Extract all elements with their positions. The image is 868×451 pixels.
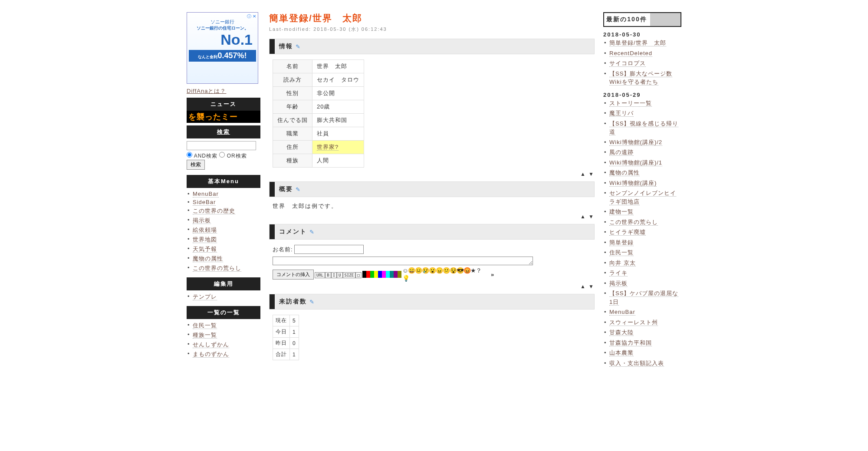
color-swatch[interactable]: [374, 271, 378, 278]
recent-item[interactable]: 向井 京太: [603, 258, 681, 268]
recent-item[interactable]: 【SS】膨大なページ数Wikiを守る者たち: [603, 69, 681, 87]
recent-item[interactable]: この世界の荒らし: [603, 217, 681, 227]
edit-icon[interactable]: ✎: [309, 229, 314, 235]
nav-arrows[interactable]: ▲ ▼: [269, 214, 595, 220]
recent-item[interactable]: 【SS】視線を感じる帰り道: [603, 119, 681, 137]
menu-item[interactable]: テンプレ: [187, 292, 260, 302]
menu-item[interactable]: MenuBar: [187, 190, 260, 198]
recent-item[interactable]: 収入・支出額記入表: [603, 358, 681, 369]
recent-item[interactable]: 甘森協力平和国: [603, 338, 681, 348]
recent-item[interactable]: サイコロプス: [603, 58, 681, 69]
color-swatch[interactable]: [394, 271, 398, 278]
menu-item[interactable]: まものずかん: [187, 349, 260, 359]
and-radio[interactable]: [187, 152, 192, 158]
and-search-option[interactable]: AND検索: [187, 153, 217, 159]
menu-item[interactable]: 掲示板: [187, 216, 260, 225]
edit-icon[interactable]: ✎: [296, 186, 300, 193]
or-search-option[interactable]: OR検索: [219, 153, 247, 159]
recent-item[interactable]: センブンノイレブンヒイラギ団地店: [603, 188, 681, 207]
menu-item[interactable]: 種族一覧: [187, 330, 260, 340]
color-swatch[interactable]: [398, 271, 401, 278]
emoji-button[interactable]: 😮: [429, 267, 436, 274]
recent-item[interactable]: MenuBar: [603, 307, 681, 317]
menu-item[interactable]: この世界の歴史: [187, 206, 260, 216]
menu-item[interactable]: せんしずかん: [187, 340, 260, 349]
basic-menu-header: 基本Menu: [187, 175, 260, 188]
edit-icon[interactable]: ✎: [296, 43, 300, 50]
ad-badge[interactable]: ⓘ ✕: [247, 13, 256, 20]
recent-item[interactable]: ヒイラギ廃墟: [603, 227, 681, 237]
menu-item[interactable]: 絵依頼場: [187, 225, 260, 235]
recent-item[interactable]: ストーリー一覧: [603, 98, 681, 109]
recent-item[interactable]: 魔王リバ: [603, 108, 681, 119]
menu-item[interactable]: 魔物の属性: [187, 254, 260, 263]
search-input[interactable]: [187, 141, 256, 150]
recent-item[interactable]: 簡単登録/世界 太郎: [603, 38, 681, 48]
color-swatch[interactable]: [362, 271, 366, 278]
recent-item[interactable]: Wiki博物館(講座)/1: [603, 158, 681, 168]
emoji-button[interactable]: 😎: [457, 267, 464, 274]
format-button[interactable]: SIZE: [343, 272, 356, 278]
format-button[interactable]: B: [325, 272, 331, 278]
menu-item[interactable]: 住民一覧: [187, 321, 260, 330]
emoji-button[interactable]: ☺: [402, 267, 408, 274]
info-key: 読み方: [273, 73, 312, 87]
emoji-button[interactable]: 😵: [450, 267, 457, 274]
recent-item[interactable]: 魔物の属性: [603, 168, 681, 178]
format-button[interactable]: U: [337, 272, 342, 278]
recent-item[interactable]: 掲示板: [603, 278, 681, 289]
recent-item[interactable]: 風の遺跡: [603, 147, 681, 158]
color-swatch[interactable]: [378, 271, 382, 278]
info-value: 世界 太郎: [312, 60, 364, 73]
search-button[interactable]: 検索: [187, 160, 205, 170]
visitor-value: 1: [290, 349, 299, 360]
recent-item[interactable]: Wiki博物館(講座)/2: [603, 137, 681, 148]
emoji-button[interactable]: 😠: [436, 267, 443, 274]
recent-item[interactable]: ライキ: [603, 268, 681, 278]
ad-banner[interactable]: ⓘ ✕ ソニー銀行 ソニー銀行の住宅ローン。 No.1 なんと金利0.457%!: [187, 12, 258, 84]
summary-text: 世界 太郎は例です。: [273, 202, 595, 210]
menu-item[interactable]: SideBar: [187, 198, 260, 206]
recent-item[interactable]: 住民一覧: [603, 247, 681, 258]
visitor-key: 合計: [273, 349, 290, 360]
list-menu-header: 一覧の一覧: [187, 306, 260, 319]
recent-item[interactable]: Wiki博物館(講座): [603, 178, 681, 188]
emoji-button[interactable]: 😡: [464, 267, 471, 274]
more-icon[interactable]: »: [491, 271, 494, 278]
recent-item[interactable]: 【SS】ケバブ屋の退屈な1日: [603, 288, 681, 307]
emoji-button[interactable]: 😄: [408, 267, 415, 274]
comment-textarea[interactable]: [273, 257, 533, 265]
menu-item[interactable]: 天気予報: [187, 244, 260, 254]
format-button[interactable]: URL: [315, 272, 325, 278]
nav-arrows[interactable]: ▲ ▼: [269, 171, 595, 177]
format-button[interactable]: I: [331, 272, 337, 278]
edit-icon[interactable]: ✎: [309, 299, 314, 305]
color-swatch[interactable]: [366, 271, 370, 278]
recent-item[interactable]: RecentDeleted: [603, 48, 681, 59]
recent-header: 最新の100件: [603, 12, 681, 27]
color-swatch[interactable]: [370, 271, 374, 278]
color-swatch[interactable]: [382, 271, 386, 278]
recent-item[interactable]: 簡単登録: [603, 237, 681, 248]
recent-item[interactable]: 山本農業: [603, 348, 681, 358]
nav-arrows[interactable]: ▲ ▼: [269, 283, 595, 290]
name-input[interactable]: [294, 245, 364, 254]
menu-item[interactable]: 世界地図: [187, 235, 260, 244]
emoji-button[interactable]: 😐: [415, 267, 422, 274]
emoji-button[interactable]: ★: [470, 267, 476, 274]
info-key: 住んでる国: [273, 114, 312, 127]
color-swatch[interactable]: [390, 271, 394, 278]
recent-item[interactable]: 建物一覧: [603, 207, 681, 217]
recent-item[interactable]: 甘森大陸: [603, 327, 681, 338]
insert-comment-button[interactable]: コメントの挿入: [273, 270, 314, 280]
color-swatch[interactable]: [386, 271, 390, 278]
format-button[interactable]: □: [355, 272, 361, 278]
emoji-button[interactable]: ？: [476, 267, 482, 274]
or-radio[interactable]: [219, 152, 225, 158]
emoji-button[interactable]: 😕: [443, 267, 450, 274]
diffana-link[interactable]: DiffAnaとは？: [187, 88, 226, 94]
emoji-button[interactable]: 💡: [402, 275, 410, 282]
recent-item[interactable]: スウィーレスト州: [603, 317, 681, 328]
menu-item[interactable]: この世界の荒らし: [187, 263, 260, 273]
emoji-button[interactable]: 😢: [422, 267, 429, 274]
